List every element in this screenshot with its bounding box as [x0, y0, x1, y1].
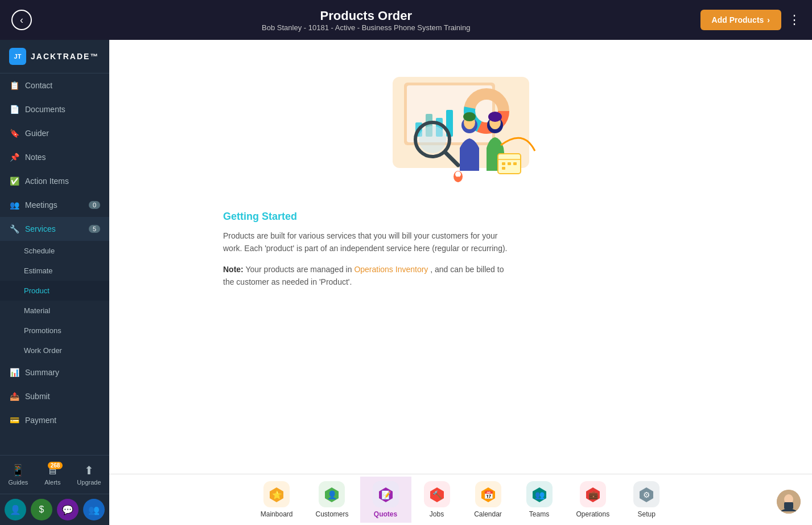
- jobs-icon: 🔨: [424, 481, 450, 507]
- schedule-label: Schedule: [24, 247, 55, 255]
- svg-text:👥: 👥: [534, 490, 545, 500]
- top-header: ‹ Products Order Bob Stanley - 10181 - A…: [0, 0, 812, 40]
- tab-customers[interactable]: 👤 Customers: [304, 477, 360, 523]
- meetings-icon: 👥: [9, 200, 19, 210]
- sidebar-label-contact: Contact: [25, 81, 52, 90]
- tab-teams[interactable]: 👥 Teams: [514, 477, 565, 523]
- svg-text:👤: 👤: [327, 490, 337, 500]
- sidebar-bottom-nav: 📱 Guides 🖥 268 Alerts ⬆ Upgrade: [0, 455, 109, 494]
- alerts-badge: 268: [48, 462, 63, 469]
- svg-rect-22: [508, 162, 511, 165]
- header-right: Add Products › ⋮: [700, 10, 801, 30]
- sidebar-item-documents[interactable]: 📄 Documents: [0, 97, 109, 121]
- illustration-svg: [376, 65, 546, 191]
- sidebar-sub-promotions[interactable]: Promotions: [0, 321, 109, 341]
- sidebar-item-notes[interactable]: 📌 Notes: [0, 145, 109, 169]
- tab-jobs[interactable]: 🔨 Jobs: [411, 477, 463, 523]
- customers-icon: 👤: [319, 481, 345, 507]
- sidebar-label-meetings: Meetings: [25, 200, 57, 210]
- page-subtitle: Bob Stanley - 10181 - Active - Business …: [32, 23, 700, 32]
- note-paragraph: Note: Your products are managed in Opera…: [223, 263, 508, 289]
- sidebar-item-meetings[interactable]: 👥 Meetings 0: [0, 193, 109, 217]
- sidebar-user-row: 👤 $ 💬 👥: [0, 494, 109, 525]
- svg-point-26: [455, 171, 461, 177]
- svg-rect-46: [784, 502, 793, 509]
- svg-text:⭐: ⭐: [272, 490, 282, 500]
- sidebar-sub-schedule[interactable]: Schedule: [0, 241, 109, 261]
- svg-point-15: [463, 112, 476, 121]
- illustration: [376, 63, 546, 194]
- sidebar-label-submit: Submit: [25, 392, 50, 401]
- team-button[interactable]: 👥: [83, 499, 105, 520]
- upgrade-icon: ⬆: [84, 464, 94, 477]
- main-layout: JT JACKTRADE™ 📋 Contact 📄 Documents 🔖 Gu…: [0, 40, 812, 525]
- meetings-badge: 0: [89, 201, 100, 209]
- add-products-label: Add Products: [712, 15, 764, 24]
- contact-icon: 📋: [9, 80, 19, 91]
- getting-started-paragraph: Products are built for various services …: [223, 229, 508, 255]
- messages-button[interactable]: 💬: [57, 499, 79, 520]
- calendar-label: Calendar: [474, 510, 502, 518]
- sidebar-item-summary[interactable]: 📊 Summary: [0, 360, 109, 384]
- user-avatar[interactable]: [777, 490, 801, 514]
- sidebar-scroll: 📋 Contact 📄 Documents 🔖 Guider 📌 Notes ✅…: [0, 73, 109, 455]
- sidebar-item-contact[interactable]: 📋 Contact: [0, 73, 109, 97]
- more-menu-button[interactable]: ⋮: [788, 14, 801, 26]
- sidebar-sub-estimate[interactable]: Estimate: [0, 261, 109, 281]
- sidebar-sub-product[interactable]: Product: [0, 281, 109, 301]
- sidebar-item-guider[interactable]: 🔖 Guider: [0, 121, 109, 145]
- header-center: Products Order Bob Stanley - 10181 - Act…: [32, 9, 700, 32]
- customers-label: Customers: [315, 510, 348, 518]
- material-label: Material: [24, 306, 50, 315]
- svg-rect-21: [502, 162, 505, 165]
- svg-text:🔨: 🔨: [432, 490, 442, 500]
- upgrade-button[interactable]: ⬆ Upgrade: [72, 460, 105, 489]
- upgrade-label: Upgrade: [77, 479, 101, 486]
- getting-started-title: Getting Started: [223, 211, 508, 223]
- promotions-label: Promotions: [24, 326, 61, 335]
- sidebar-sub-work-order[interactable]: Work Order: [0, 341, 109, 360]
- notes-icon: 📌: [9, 152, 19, 162]
- quotes-label: Quotes: [374, 510, 397, 518]
- jobs-label: Jobs: [430, 510, 444, 518]
- calendar-icon: 📅: [475, 481, 501, 507]
- mainboard-label: Mainboard: [261, 510, 293, 518]
- operations-icon: 💼: [580, 481, 606, 507]
- content-inner: Getting Started Products are built for v…: [109, 40, 812, 474]
- product-label: Product: [24, 286, 50, 295]
- svg-rect-23: [513, 162, 517, 165]
- add-products-button[interactable]: Add Products ›: [700, 10, 781, 30]
- sidebar-label-services: Services: [25, 224, 56, 233]
- logo-icon: JT: [9, 48, 26, 65]
- content-area: Getting Started Products are built for v…: [109, 40, 812, 525]
- sidebar-item-services[interactable]: 🔧 Services 5: [0, 217, 109, 241]
- back-button[interactable]: ‹: [11, 10, 32, 30]
- sidebar-sub-material[interactable]: Material: [0, 301, 109, 321]
- svg-rect-24: [502, 167, 505, 170]
- tab-operations[interactable]: 💼 Operations: [565, 477, 621, 523]
- svg-text:⚙: ⚙: [643, 490, 650, 499]
- guides-label: Guides: [8, 479, 28, 486]
- tab-quotes[interactable]: 📝 Quotes: [360, 477, 411, 523]
- billing-button[interactable]: $: [31, 499, 52, 520]
- submit-icon: 📤: [9, 391, 19, 401]
- sidebar-item-submit[interactable]: 📤 Submit: [0, 384, 109, 408]
- setup-icon: ⚙: [633, 481, 660, 507]
- chevron-right-icon: ›: [767, 15, 770, 24]
- user-profile-button[interactable]: 👤: [5, 499, 26, 520]
- setup-label: Setup: [638, 510, 656, 518]
- page-title: Products Order: [32, 9, 700, 23]
- operations-inventory-link[interactable]: Operations Inventory: [354, 265, 428, 274]
- alerts-button[interactable]: 🖥 268 Alerts: [40, 461, 65, 489]
- tab-setup[interactable]: ⚙ Setup: [621, 477, 672, 523]
- tab-mainboard[interactable]: ⭐ Mainboard: [249, 477, 304, 523]
- operations-label: Operations: [576, 510, 610, 518]
- guides-button[interactable]: 📱 Guides: [3, 460, 32, 489]
- sidebar-item-action-items[interactable]: ✅ Action Items: [0, 169, 109, 193]
- payment-icon: 💳: [9, 415, 19, 425]
- svg-point-18: [488, 112, 502, 122]
- estimate-label: Estimate: [24, 266, 53, 275]
- tab-calendar[interactable]: 📅 Calendar: [463, 477, 514, 523]
- sidebar-item-payment[interactable]: 💳 Payment: [0, 408, 109, 432]
- alerts-label: Alerts: [44, 479, 60, 486]
